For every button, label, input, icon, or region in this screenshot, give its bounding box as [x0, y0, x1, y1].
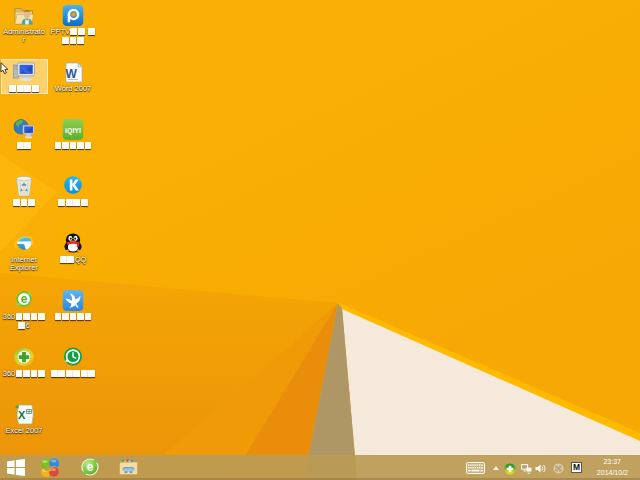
svg-text:e: e	[21, 292, 28, 306]
svg-text:e: e	[87, 460, 94, 474]
svg-text:W: W	[66, 67, 78, 81]
svg-text:X: X	[18, 409, 26, 421]
svg-text:iQIYI: iQIYI	[65, 127, 81, 135]
